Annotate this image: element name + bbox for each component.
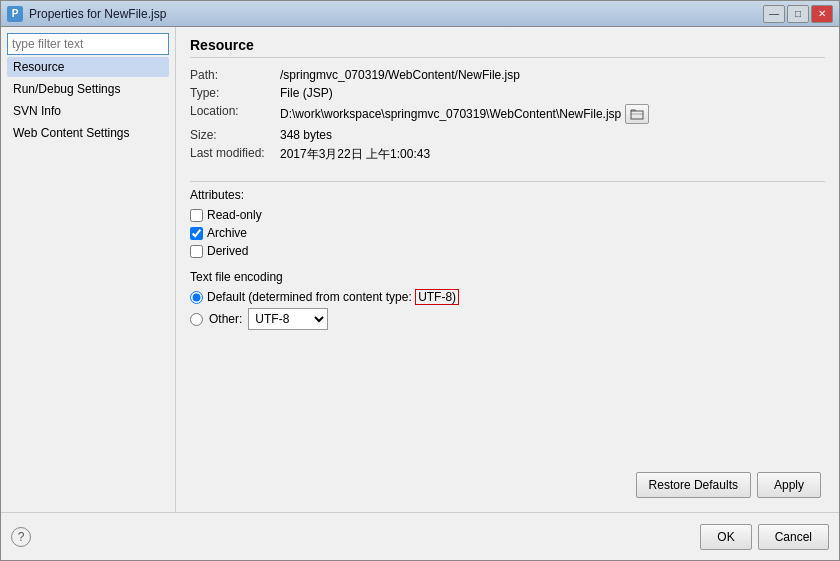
restore-defaults-button[interactable]: Restore Defaults	[636, 472, 751, 498]
default-encoding-radio[interactable]	[190, 291, 203, 304]
apply-button[interactable]: Apply	[757, 472, 821, 498]
path-label: Path:	[190, 68, 280, 82]
readonly-row: Read-only	[190, 208, 825, 222]
archive-label[interactable]: Archive	[207, 226, 247, 240]
default-encoding-row: Default (determined from content type: U…	[190, 290, 825, 304]
readonly-label[interactable]: Read-only	[207, 208, 262, 222]
encoding-select[interactable]: UTF-8 UTF-16 ISO-8859-1 US-ASCII	[248, 308, 328, 330]
type-value: File (JSP)	[280, 86, 825, 100]
location-label: Location:	[190, 104, 280, 124]
default-encoding-label[interactable]: Default (determined from content type: U…	[207, 290, 459, 304]
titlebar: P Properties for NewFile.jsp — □ ✕	[1, 1, 839, 27]
window-title: Properties for NewFile.jsp	[29, 7, 763, 21]
bottom-buttons: OK Cancel	[700, 524, 829, 550]
lastmod-label: Last modified:	[190, 146, 280, 163]
readonly-checkbox[interactable]	[190, 209, 203, 222]
derived-row: Derived	[190, 244, 825, 258]
section-title: Resource	[190, 37, 825, 58]
location-value: D:\work\workspace\springmvc_070319\WebCo…	[280, 107, 621, 121]
sidebar-item-resource[interactable]: Resource	[7, 57, 169, 77]
encoding-section: Text file encoding Default (determined f…	[190, 270, 825, 334]
window-icon: P	[7, 6, 23, 22]
derived-label[interactable]: Derived	[207, 244, 248, 258]
other-encoding-label[interactable]: Other:	[209, 312, 242, 326]
ok-button[interactable]: OK	[700, 524, 751, 550]
close-button[interactable]: ✕	[811, 5, 833, 23]
minimize-button[interactable]: —	[763, 5, 785, 23]
bottom-bar: ? OK Cancel	[1, 512, 839, 560]
encoding-title: Text file encoding	[190, 270, 825, 284]
divider	[190, 181, 825, 182]
path-value: /springmvc_070319/WebContent/NewFile.jsp	[280, 68, 825, 82]
archive-checkbox[interactable]	[190, 227, 203, 240]
size-label: Size:	[190, 128, 280, 142]
utf8-highlight: UTF-8)	[415, 289, 459, 305]
properties-dialog: P Properties for NewFile.jsp — □ ✕ Resou…	[0, 0, 840, 561]
archive-row: Archive	[190, 226, 825, 240]
sidebar-item-svn-info[interactable]: SVN Info	[7, 101, 169, 121]
attributes-label: Attributes:	[190, 188, 825, 202]
maximize-button[interactable]: □	[787, 5, 809, 23]
dialog-body: Resource Run/Debug Settings SVN Info Web…	[1, 27, 839, 512]
lastmod-value: 2017年3月22日 上午1:00:43	[280, 146, 825, 163]
svg-rect-0	[631, 111, 643, 119]
other-encoding-radio[interactable]	[190, 313, 203, 326]
size-value: 348 bytes	[280, 128, 825, 142]
cancel-button[interactable]: Cancel	[758, 524, 829, 550]
location-row: D:\work\workspace\springmvc_070319\WebCo…	[280, 104, 825, 124]
left-panel: Resource Run/Debug Settings SVN Info Web…	[1, 27, 176, 512]
derived-checkbox[interactable]	[190, 245, 203, 258]
other-encoding-row: Other: UTF-8 UTF-16 ISO-8859-1 US-ASCII	[190, 308, 825, 330]
action-row: Restore Defaults Apply	[190, 466, 825, 502]
right-panel: Resource Path: /springmvc_070319/WebCont…	[176, 27, 839, 512]
sidebar-item-web-content[interactable]: Web Content Settings	[7, 123, 169, 143]
window-controls: — □ ✕	[763, 5, 833, 23]
sidebar-item-run-debug[interactable]: Run/Debug Settings	[7, 79, 169, 99]
filter-input[interactable]	[7, 33, 169, 55]
help-icon[interactable]: ?	[11, 527, 31, 547]
type-label: Type:	[190, 86, 280, 100]
info-grid: Path: /springmvc_070319/WebContent/NewFi…	[190, 68, 825, 163]
location-browse-button[interactable]	[625, 104, 649, 124]
